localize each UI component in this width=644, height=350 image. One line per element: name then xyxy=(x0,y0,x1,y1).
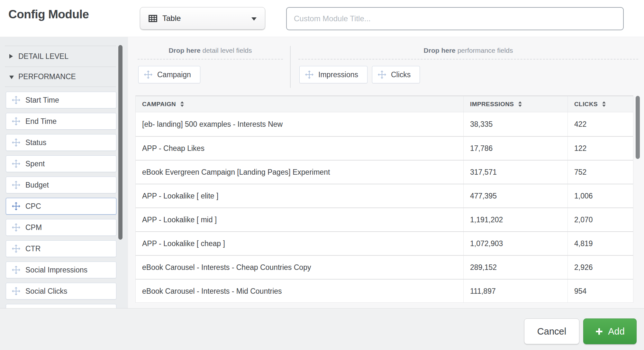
add-button-label: Add xyxy=(608,326,625,337)
move-icon xyxy=(12,181,20,189)
sidebar-field-start-time[interactable]: Start Time xyxy=(6,92,116,108)
sidebar-field-label: Budget xyxy=(25,181,49,189)
performance-dropzone[interactable]: Drop here performance fields xyxy=(298,47,638,60)
config-module-dialog: Config Module Table DETAIL LEVEL P xyxy=(0,0,644,350)
cell-clicks: 1,006 xyxy=(567,184,633,207)
column-header-campaign[interactable]: CAMPAIGN xyxy=(136,96,463,112)
chevron-down-icon xyxy=(251,17,257,21)
table-grid-icon xyxy=(149,15,157,22)
cell-campaign: APP - Cheap Likes xyxy=(136,137,463,160)
sidebar-field-social-impressions[interactable]: Social Impressions xyxy=(6,262,116,278)
move-icon xyxy=(12,96,20,104)
add-button[interactable]: Add xyxy=(583,318,637,344)
move-icon xyxy=(144,70,152,79)
cell-clicks: 2,070 xyxy=(567,208,633,231)
sidebar-field-list: Start Time End Time Status Spent Budget … xyxy=(6,92,116,304)
section-performance[interactable]: PERFORMANCE xyxy=(5,67,116,87)
module-builder-area: Drop here detail level fields Drop here … xyxy=(128,37,644,308)
sidebar-field-cpm[interactable]: CPM xyxy=(6,219,116,236)
detail-dropzone[interactable]: Drop here detail level fields xyxy=(138,47,283,60)
chip-label: Campaign xyxy=(157,70,191,79)
dropzone-label-bold: Drop here xyxy=(424,47,456,54)
fields-sidebar: DETAIL LEVEL PERFORMANCE Start Time End … xyxy=(0,37,128,308)
cell-campaign: APP - Lookalike [ cheap ] xyxy=(136,232,463,255)
cell-campaign: eBook Carousel - Interests - Cheap Count… xyxy=(136,256,463,279)
cell-impressions: 477,395 xyxy=(463,184,567,207)
chip-impressions[interactable]: Impressions xyxy=(299,66,367,83)
sidebar-field-label: Social Clicks xyxy=(25,287,67,296)
dialog-footer: Cancel Add xyxy=(0,308,644,350)
section-label: DETAIL LEVEL xyxy=(18,52,68,61)
cell-clicks: 752 xyxy=(567,161,633,184)
sort-icon xyxy=(518,101,522,107)
chip-campaign[interactable]: Campaign xyxy=(138,66,200,83)
section-detail-level[interactable]: DETAIL LEVEL xyxy=(5,46,116,67)
table-row: [eb- landing] 500 examples - Interests N… xyxy=(136,112,633,136)
table-header-row: CAMPAIGN IMPRESSIONS CLICKS xyxy=(136,96,633,112)
sidebar-field-label: End Time xyxy=(25,117,57,126)
move-icon xyxy=(378,70,386,79)
table-row: APP - Lookalike [ elite ] 477,395 1,006 xyxy=(136,184,633,207)
cell-campaign: APP - Lookalike [ elite ] xyxy=(136,184,463,207)
move-icon xyxy=(12,223,20,232)
move-icon xyxy=(12,117,20,125)
sidebar-field-end-time[interactable]: End Time xyxy=(6,113,116,130)
sidebar-field-label: Start Time xyxy=(25,96,59,105)
cell-impressions: 38,335 xyxy=(463,112,567,136)
cell-clicks: 954 xyxy=(567,280,633,303)
table-scrollbar[interactable] xyxy=(636,96,640,159)
column-header-impressions[interactable]: IMPRESSIONS xyxy=(463,96,567,112)
move-icon xyxy=(12,160,20,168)
move-icon xyxy=(12,202,20,210)
sidebar-scrollbar[interactable] xyxy=(118,45,122,240)
cell-clicks: 422 xyxy=(567,112,633,136)
sidebar-field-label: Status xyxy=(25,138,46,147)
sidebar-field-spent[interactable]: Spent xyxy=(6,155,116,172)
cell-impressions: 1,072,903 xyxy=(463,232,567,255)
move-icon xyxy=(12,138,20,147)
cell-impressions: 289,152 xyxy=(463,256,567,279)
sidebar-field-ctr[interactable]: CTR xyxy=(6,240,116,257)
sidebar-field-label: Social Impressions xyxy=(25,266,87,274)
move-icon xyxy=(12,287,20,295)
cell-campaign: [eb- landing] 500 examples - Interests N… xyxy=(136,112,463,136)
sidebar-field-label: CPM xyxy=(25,223,42,232)
dropzone-label-bold: Drop here xyxy=(168,47,200,54)
table-row: eBook Carousel - Interests - Cheap Count… xyxy=(136,255,633,279)
table-body: [eb- landing] 500 examples - Interests N… xyxy=(136,112,633,303)
module-type-dropdown[interactable]: Table xyxy=(140,7,265,30)
cell-campaign: eBook Carousel - Interests - Mid Countri… xyxy=(136,280,463,303)
table-row: APP - Lookalike [ mid ] 1,191,202 2,070 xyxy=(136,207,633,231)
cell-campaign: APP - Lookalike [ mid ] xyxy=(136,208,463,231)
move-icon xyxy=(12,266,20,274)
chip-clicks[interactable]: Clicks xyxy=(372,66,420,83)
sidebar-field-budget[interactable]: Budget xyxy=(6,177,116,193)
dropzone-label-rest: detail level fields xyxy=(201,47,252,54)
sidebar-field-cpc[interactable]: CPC xyxy=(6,198,116,215)
dropzone-label-rest: performance fields xyxy=(456,47,513,54)
chip-label: Clicks xyxy=(391,70,411,79)
sort-icon xyxy=(602,101,606,107)
sidebar-field-label: Spent xyxy=(25,160,45,168)
table-row: APP - Lookalike [ cheap ] 1,072,903 4,81… xyxy=(136,231,633,255)
cancel-button[interactable]: Cancel xyxy=(524,318,579,344)
cell-clicks: 122 xyxy=(567,137,633,160)
move-icon xyxy=(12,244,20,253)
preview-table: CAMPAIGN IMPRESSIONS CLICKS xyxy=(135,96,633,303)
custom-module-title-input[interactable] xyxy=(286,7,624,30)
sidebar-field-label: CTR xyxy=(25,244,41,253)
table-row: eBook Evergreen Campaign [Landing Pages]… xyxy=(136,160,633,184)
table-row: APP - Cheap Likes 17,786 122 xyxy=(136,136,633,160)
plus-icon xyxy=(595,327,603,336)
expanded-triangle-icon xyxy=(9,76,14,79)
sidebar-field-social-clicks[interactable]: Social Clicks xyxy=(6,283,116,299)
section-label: PERFORMANCE xyxy=(18,72,76,81)
chip-label: Impressions xyxy=(318,70,358,79)
cell-impressions: 1,191,202 xyxy=(463,208,567,231)
cell-impressions: 17,786 xyxy=(463,137,567,160)
dropzone-divider xyxy=(290,46,291,88)
sidebar-field-status[interactable]: Status xyxy=(6,134,116,151)
cell-campaign: eBook Evergreen Campaign [Landing Pages]… xyxy=(136,161,463,184)
table-row: eBook Carousel - Interests - Mid Countri… xyxy=(136,279,633,303)
column-header-clicks[interactable]: CLICKS xyxy=(567,96,633,112)
